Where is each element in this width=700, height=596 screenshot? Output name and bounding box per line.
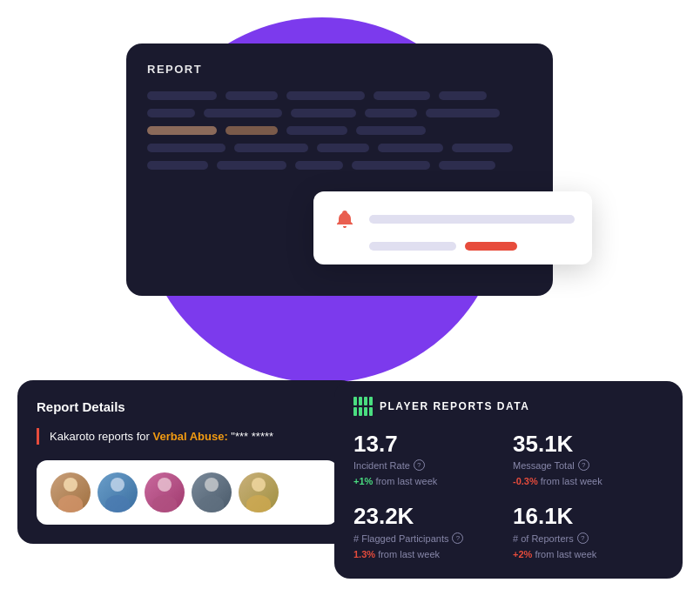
avatar xyxy=(98,472,138,512)
avatars-container xyxy=(37,460,338,525)
report-bar xyxy=(147,144,225,152)
report-bar xyxy=(234,144,308,152)
report-bar xyxy=(439,91,487,100)
stat-label: Incident Rate ? xyxy=(353,459,504,471)
report-bar xyxy=(439,161,495,170)
report-bar xyxy=(317,144,369,152)
avatar-head xyxy=(158,478,172,492)
avatar-head xyxy=(205,478,219,492)
abuse-type: Verbal Abuse: xyxy=(153,430,228,443)
avatar-silhouette xyxy=(192,472,232,512)
avatar-body xyxy=(199,495,224,512)
report-bar-highlighted xyxy=(225,126,278,135)
avatar-silhouette xyxy=(50,472,91,512)
stat-label: Message Total ? xyxy=(513,459,663,471)
stat-value: 35.1K xyxy=(513,432,663,457)
report-bar xyxy=(374,91,430,100)
report-bar xyxy=(295,161,343,170)
report-bar xyxy=(378,144,443,152)
incident-line: Kakaroto reports for Verbal Abuse: "*** … xyxy=(37,428,338,445)
avatar-head xyxy=(111,478,125,492)
grid-dot xyxy=(364,407,367,416)
avatar-head xyxy=(252,478,266,492)
report-bar xyxy=(352,161,430,170)
report-bar xyxy=(356,126,426,135)
stat-message-total: 35.1K Message Total ? -0.3% from last we… xyxy=(513,432,663,487)
grid-dot xyxy=(369,397,373,405)
stat-label-text: Incident Rate xyxy=(353,460,410,471)
stat-label: # of Reporters ? xyxy=(513,532,663,544)
notification-sub-bar xyxy=(369,242,456,251)
report-details-title: Report Details xyxy=(37,399,338,414)
notification-bottom xyxy=(331,242,575,251)
stat-label-text: # Flagged Participants xyxy=(353,533,448,544)
stat-change: +2% from last week xyxy=(513,549,663,559)
avatar xyxy=(145,472,185,512)
bell-icon xyxy=(331,205,359,233)
avatar-silhouette xyxy=(145,472,185,512)
report-bar xyxy=(286,91,365,100)
avatar xyxy=(50,472,91,512)
report-bar xyxy=(225,91,278,100)
report-bar-highlighted xyxy=(147,126,217,135)
grid-dot xyxy=(359,407,362,416)
notification-top xyxy=(331,205,575,233)
avatar-body xyxy=(105,495,130,512)
stat-label-text: Message Total xyxy=(513,460,575,471)
avatar-body xyxy=(152,495,177,512)
report-bar xyxy=(147,91,217,100)
avatar-body xyxy=(58,495,83,512)
help-icon: ? xyxy=(577,532,589,544)
report-bar xyxy=(286,126,347,135)
stat-value: 23.2K xyxy=(353,504,504,529)
censored-message: "*** ***** xyxy=(231,430,273,443)
report-row xyxy=(147,161,532,170)
notification-action-bar xyxy=(465,242,517,251)
avatar xyxy=(192,472,232,512)
grid-icon xyxy=(353,397,373,416)
stat-change: 1.3% from last week xyxy=(353,549,504,559)
notification-text-bar xyxy=(369,215,575,224)
report-bar xyxy=(452,144,513,152)
player-reports-card: PLAYER REPORTS DATA 13.7 Incident Rate ?… xyxy=(334,381,683,579)
avatar-silhouette xyxy=(239,472,279,512)
avatar xyxy=(239,472,279,512)
notification-popup xyxy=(313,191,592,265)
stat-value: 16.1K xyxy=(513,504,663,529)
help-icon: ? xyxy=(414,459,425,471)
grid-dot xyxy=(359,397,362,405)
avatar-head xyxy=(64,478,77,492)
report-bar xyxy=(204,109,282,117)
report-bar xyxy=(147,109,195,117)
player-reports-header: PLAYER REPORTS DATA xyxy=(353,397,663,416)
player-reports-title: PLAYER REPORTS DATA xyxy=(380,400,529,412)
grid-dot xyxy=(353,407,357,416)
stat-label: # Flagged Participants ? xyxy=(353,532,504,544)
stat-incident-rate: 13.7 Incident Rate ? +1% from last week xyxy=(353,432,504,487)
report-bar xyxy=(291,109,356,117)
report-bar xyxy=(426,109,500,117)
report-rows xyxy=(147,91,532,170)
report-details-card: Report Details Kakaroto reports for Verb… xyxy=(17,380,357,545)
avatar-body xyxy=(246,495,271,512)
incident-prefix: Kakaroto reports for xyxy=(50,430,150,443)
stat-flagged-participants: 23.2K # Flagged Participants ? 1.3% from… xyxy=(353,504,504,559)
help-icon: ? xyxy=(452,532,463,544)
report-row xyxy=(147,109,532,117)
report-card-title: REPORT xyxy=(147,63,532,76)
grid-dot xyxy=(364,397,367,405)
report-row xyxy=(147,144,532,152)
report-bar xyxy=(147,161,208,170)
stat-label-text: # of Reporters xyxy=(513,533,574,544)
help-icon: ? xyxy=(578,459,589,471)
stat-change: +1% from last week xyxy=(353,476,504,486)
report-row-highlighted xyxy=(147,126,532,135)
avatar-silhouette xyxy=(98,472,138,512)
report-bar xyxy=(217,161,286,170)
grid-dot xyxy=(369,407,373,416)
grid-dot xyxy=(353,397,357,405)
report-bar xyxy=(365,109,417,117)
stat-reporters: 16.1K # of Reporters ? +2% from last wee… xyxy=(513,504,663,559)
stat-value: 13.7 xyxy=(353,432,504,457)
report-row xyxy=(147,91,532,100)
